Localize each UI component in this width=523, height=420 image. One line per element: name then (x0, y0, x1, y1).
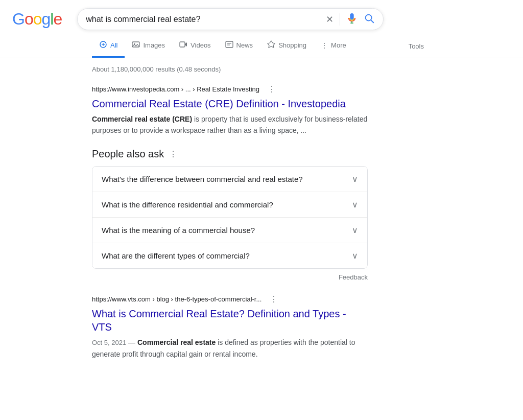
tab-news[interactable]: News (218, 34, 260, 58)
result-date-2: Oct 5, 2021 (92, 339, 126, 346)
tab-images[interactable]: Images (125, 34, 172, 58)
chevron-icon-1: ∨ (352, 200, 358, 209)
paa-list: What's the difference between commercial… (92, 166, 368, 269)
chevron-icon-2: ∨ (352, 225, 358, 235)
chevron-icon-0: ∨ (352, 174, 358, 184)
images-icon (132, 40, 140, 50)
paa-title: People also ask (92, 148, 164, 160)
news-icon (225, 40, 233, 50)
search-input[interactable] (86, 15, 321, 24)
result-title-2: What is Commercial Real Estate? Definiti… (92, 307, 368, 334)
search-bar: ✕ (77, 8, 384, 30)
main-content: About 1,180,000,000 results (0.48 second… (0, 58, 460, 360)
feedback-button[interactable]: Feedback (339, 273, 368, 281)
more-icon: ⋮ (321, 41, 328, 50)
paa-question-2: What is the meaning of a commercial hous… (102, 226, 255, 235)
result-options-button-2[interactable]: ⋮ (268, 293, 280, 305)
search-icon (364, 13, 375, 24)
tab-more[interactable]: ⋮ More (314, 35, 353, 57)
videos-icon (179, 40, 187, 50)
result-link-2[interactable]: What is Commercial Real Estate? Definiti… (92, 308, 346, 333)
result-item-1: https://www.investopedia.com › ... › Rea… (92, 83, 368, 136)
svg-marker-14 (268, 41, 275, 48)
paa-item-0[interactable]: What's the difference between commercial… (92, 167, 367, 192)
paa-item-2[interactable]: What is the meaning of a commercial hous… (92, 218, 367, 243)
result-title-1: Commercial Real Estate (CRE) Definition … (92, 97, 368, 110)
shopping-icon (267, 40, 275, 50)
results-count: About 1,180,000,000 results (0.48 second… (92, 58, 368, 75)
mic-icon (346, 13, 358, 24)
header: Google ✕ (0, 0, 523, 30)
nav-tabs: All Images Videos News Shopping ⋮ More T… (0, 34, 523, 58)
result-snippet-1: Commercial real estate (CRE) is property… (92, 113, 368, 136)
result-url-2: https://www.vts.com › blog › the-6-types… (92, 295, 262, 303)
result-url-1: https://www.investopedia.com › ... › Rea… (92, 85, 259, 93)
search-button[interactable] (364, 13, 375, 26)
tab-all[interactable]: All (92, 34, 125, 58)
result-item-2: https://www.vts.com › blog › the-6-types… (92, 293, 368, 360)
result-url-row-1: https://www.investopedia.com › ... › Rea… (92, 83, 368, 95)
all-icon (99, 40, 107, 50)
mic-button[interactable] (346, 13, 358, 26)
paa-question-3: What are the different types of commerci… (102, 251, 250, 260)
paa-item-1[interactable]: What is the difference residential and c… (92, 192, 367, 218)
paa-question-1: What is the difference residential and c… (102, 200, 273, 209)
result-url-row-2: https://www.vts.com › blog › the-6-types… (92, 293, 368, 305)
svg-line-3 (371, 20, 373, 22)
google-logo[interactable]: Google (12, 10, 62, 29)
feedback-row: Feedback (92, 269, 368, 285)
result-link-1[interactable]: Commercial Real Estate (CRE) Definition … (92, 98, 346, 109)
clear-button[interactable]: ✕ (326, 15, 334, 24)
svg-rect-11 (226, 41, 233, 48)
svg-rect-9 (180, 42, 185, 47)
paa-question-0: What's the difference between commercial… (102, 175, 303, 183)
chevron-icon-3: ∨ (352, 251, 358, 261)
tools-button[interactable]: Tools (401, 36, 431, 56)
result-options-button-1[interactable]: ⋮ (266, 83, 278, 95)
paa-options-button[interactable]: ⋮ (169, 149, 177, 159)
paa-header: People also ask ⋮ (92, 148, 368, 160)
result-snippet-2: Oct 5, 2021 — Commercial real estate is … (92, 337, 368, 360)
tab-shopping[interactable]: Shopping (260, 34, 314, 58)
search-bar-icons: ✕ (326, 13, 375, 26)
tab-videos[interactable]: Videos (172, 34, 218, 58)
search-divider (340, 13, 340, 26)
paa-item-3[interactable]: What are the different types of commerci… (92, 243, 367, 268)
paa-section: People also ask ⋮ What's the difference … (92, 148, 368, 285)
